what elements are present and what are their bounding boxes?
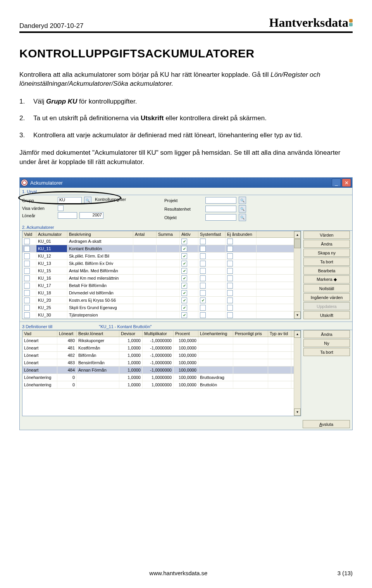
scroll-thumb[interactable] — [294, 239, 301, 248]
ej-arsbunden-checkbox[interactable] — [227, 268, 233, 274]
avsluta-button[interactable]: Avsluta — [303, 420, 350, 428]
systemfast-checkbox[interactable] — [200, 305, 206, 311]
ej-arsbunden-checkbox[interactable] — [227, 297, 233, 303]
table-row[interactable]: KU_13Sk.plikt. Bilförm Ex Driv✔ — [22, 260, 294, 267]
aktiv-checkbox[interactable]: ✔ — [181, 305, 187, 311]
column-header[interactable]: Ej årsbunden — [226, 231, 257, 237]
minimize-button[interactable]: _ — [332, 178, 341, 187]
aktiv-checkbox[interactable]: ✔ — [181, 268, 187, 274]
side-button[interactable]: Utskrift — [303, 311, 350, 319]
table-row[interactable]: KU_15Antal Mån. Med Bilförmån✔ — [22, 267, 294, 275]
column-header[interactable]: Antal — [133, 231, 157, 237]
vald-checkbox[interactable] — [24, 283, 30, 289]
aktiv-checkbox[interactable]: ✔ — [181, 297, 187, 303]
visa-varden-checkbox[interactable] — [58, 205, 64, 211]
vald-checkbox[interactable] — [24, 290, 30, 296]
scrollbar[interactable]: ▲ ▼ — [294, 231, 301, 319]
vald-checkbox[interactable] — [24, 312, 30, 318]
systemfast-checkbox[interactable] — [200, 312, 206, 318]
column-header[interactable]: Löneart — [57, 330, 77, 337]
ej-arsbunden-checkbox[interactable] — [227, 283, 233, 289]
column-header[interactable]: Typ av tid — [268, 330, 291, 337]
vald-checkbox[interactable] — [24, 297, 30, 303]
column-header[interactable]: Summa — [157, 231, 180, 237]
ej-arsbunden-checkbox[interactable] — [227, 239, 233, 244]
side-button[interactable]: Ändra — [303, 330, 350, 338]
definitioner-grid[interactable]: VadLöneartBeskr.löneartDevisorMultiplika… — [22, 330, 301, 416]
objekt-lookup-button[interactable]: 🔍 — [239, 214, 246, 221]
aktiv-checkbox[interactable]: ✔ — [181, 253, 187, 259]
systemfast-checkbox[interactable] — [200, 239, 206, 244]
ej-arsbunden-checkbox[interactable] — [227, 253, 233, 259]
grupp-input[interactable]: KU — [58, 197, 82, 204]
table-row[interactable]: KU_01Avdragen A-skatt✔ — [22, 238, 294, 245]
table-row[interactable]: KU_17Betalt För Bilförmån✔ — [22, 282, 294, 289]
aktiv-checkbox[interactable]: ✔ — [181, 290, 187, 296]
table-row[interactable]: KU_18Drivmedel vid bilförmån✔ — [22, 289, 294, 297]
aktiv-checkbox[interactable]: ✔ — [181, 283, 187, 289]
vald-checkbox[interactable] — [24, 261, 30, 266]
ej-arsbunden-checkbox[interactable] — [227, 261, 233, 266]
column-header[interactable]: Vad — [22, 330, 57, 337]
table-row[interactable]: Lönehantering01,00001,0000000100,0000Bru… — [22, 374, 294, 381]
side-button[interactable]: Ny — [303, 339, 350, 347]
ej-arsbunden-checkbox[interactable] — [227, 312, 233, 318]
resultat-lookup-button[interactable]: 🔍 — [239, 205, 246, 213]
systemfast-checkbox[interactable] — [200, 290, 206, 296]
resultat-input[interactable] — [205, 206, 236, 212]
scroll-up-button[interactable]: ▲ — [294, 330, 301, 338]
aktiv-checkbox[interactable]: ✔ — [181, 239, 187, 244]
side-button[interactable]: Ingående värden — [303, 293, 350, 301]
column-header[interactable]: Beskrivning — [67, 231, 133, 237]
column-header[interactable]: Beskr.löneart — [77, 330, 119, 337]
table-row[interactable]: KU_20Kostn.ers Ej Kryss 50-56✔✔ — [22, 297, 294, 304]
table-row[interactable]: Löneart480Rikskuponger1,0000-1,000000010… — [22, 337, 294, 344]
table-row[interactable]: Löneart483Bensinförmån1,0000-1,000000010… — [22, 359, 294, 367]
table-row[interactable]: KU_11Kontant Bruttolön✔ — [22, 245, 294, 252]
close-button[interactable]: ✕ — [342, 178, 351, 187]
ackumulator-grid[interactable]: ValdAckumulatorBeskrivningAntalSummaAkti… — [22, 231, 301, 319]
side-button[interactable]: Ta bort — [303, 258, 350, 266]
table-row[interactable]: Löneart482Bilförmån1,0000-1,0000000100,0… — [22, 352, 294, 359]
objekt-input[interactable] — [205, 214, 236, 221]
column-header[interactable]: Personligt pris — [233, 330, 268, 337]
scroll-up-button[interactable]: ▲ — [294, 231, 301, 239]
table-row[interactable]: KU_30Tjänstepension✔ — [22, 311, 294, 319]
systemfast-checkbox[interactable] — [200, 253, 206, 259]
side-button[interactable]: Värden — [303, 231, 350, 239]
ej-arsbunden-checkbox[interactable] — [227, 275, 233, 281]
ej-arsbunden-checkbox[interactable] — [227, 246, 233, 252]
systemfast-checkbox[interactable]: ✔ — [200, 297, 206, 303]
table-row[interactable]: KU_12Sk.plikt. Förm. Exl Bil✔ — [22, 252, 294, 260]
vald-checkbox[interactable] — [24, 253, 30, 259]
systemfast-checkbox[interactable] — [200, 283, 206, 289]
projekt-lookup-button[interactable]: 🔍 — [239, 197, 246, 204]
column-header[interactable]: Vald — [22, 231, 36, 237]
side-button[interactable]: Ta bort — [303, 348, 350, 356]
systemfast-checkbox[interactable] — [200, 246, 206, 252]
scroll-down-button[interactable]: ▼ — [294, 408, 301, 416]
column-header[interactable]: Ackumulator — [36, 231, 67, 237]
vald-checkbox[interactable] — [24, 305, 30, 311]
aktiv-checkbox[interactable]: ✔ — [181, 275, 187, 281]
table-row[interactable]: KU_16Antal Km med milersättnin✔ — [22, 275, 294, 282]
lonear-blank[interactable] — [58, 212, 77, 219]
column-header[interactable]: Systemfast — [198, 231, 226, 237]
vald-checkbox[interactable] — [24, 239, 30, 244]
table-row[interactable]: Löneart481Kostförmån1,0000-1,0000000100,… — [22, 344, 294, 352]
table-row[interactable]: Löneart484Annan Förmån1,0000-1,000000010… — [22, 367, 294, 374]
side-button[interactable]: Nollställ — [303, 284, 350, 292]
scroll-down-button[interactable]: ▼ — [294, 311, 301, 319]
lonear-input[interactable]: 2007 — [79, 212, 103, 219]
vald-checkbox[interactable] — [24, 268, 30, 274]
grupp-lookup-button[interactable]: 🔍 — [84, 197, 91, 204]
side-button[interactable]: Markera ◆ — [303, 275, 350, 284]
scrollbar[interactable]: ▲ ▼ — [294, 330, 301, 416]
aktiv-checkbox[interactable]: ✔ — [181, 261, 187, 266]
side-button[interactable]: Skapa ny — [303, 249, 350, 257]
column-header[interactable]: Procent — [174, 330, 198, 337]
aktiv-checkbox[interactable]: ✔ — [181, 246, 187, 252]
vald-checkbox[interactable] — [24, 275, 30, 281]
projekt-input[interactable] — [205, 197, 236, 204]
table-row[interactable]: Lönehantering01,00001,0000000100,0000Bru… — [22, 381, 294, 389]
